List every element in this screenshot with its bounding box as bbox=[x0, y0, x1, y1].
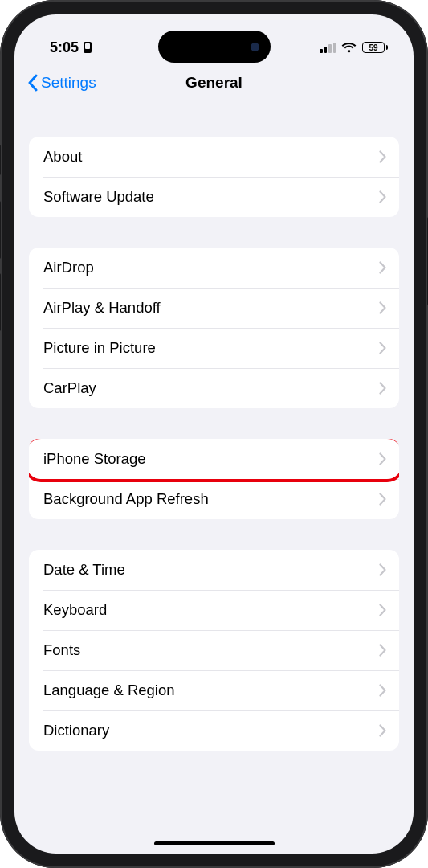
row-label: AirPlay & Handoff bbox=[43, 299, 161, 317]
settings-group: iPhone Storage Background App Refresh bbox=[29, 439, 399, 519]
row-label: About bbox=[43, 148, 82, 166]
chevron-right-icon bbox=[379, 604, 386, 616]
row-label: Dictionary bbox=[43, 722, 109, 739]
cellular-signal-icon bbox=[320, 43, 336, 53]
row-iphone-storage[interactable]: iPhone Storage bbox=[29, 439, 399, 479]
side-button-volume-up bbox=[0, 201, 1, 259]
row-label: AirDrop bbox=[43, 259, 94, 276]
wifi-icon bbox=[341, 42, 357, 53]
status-left: 5:05 bbox=[50, 39, 92, 56]
chevron-right-icon bbox=[379, 563, 386, 576]
row-fonts[interactable]: Fonts bbox=[29, 630, 399, 670]
chevron-right-icon bbox=[379, 150, 386, 163]
row-software-update[interactable]: Software Update bbox=[29, 177, 399, 217]
chevron-right-icon bbox=[379, 724, 386, 737]
row-language-region[interactable]: Language & Region bbox=[29, 670, 399, 710]
battery-percent: 59 bbox=[369, 43, 377, 52]
row-label: Language & Region bbox=[43, 682, 175, 699]
side-button-mute bbox=[0, 145, 1, 175]
side-button-volume-down bbox=[0, 273, 1, 331]
chevron-right-icon bbox=[379, 190, 386, 203]
chevron-right-icon bbox=[379, 644, 386, 657]
page-title: General bbox=[185, 74, 243, 92]
row-carplay[interactable]: CarPlay bbox=[29, 368, 399, 408]
home-indicator[interactable] bbox=[154, 841, 275, 846]
row-date-time[interactable]: Date & Time bbox=[29, 550, 399, 590]
row-keyboard[interactable]: Keyboard bbox=[29, 590, 399, 630]
row-label: CarPlay bbox=[43, 379, 96, 397]
row-picture-in-picture[interactable]: Picture in Picture bbox=[29, 328, 399, 368]
row-dictionary[interactable]: Dictionary bbox=[29, 710, 399, 751]
row-label: Software Update bbox=[43, 188, 154, 206]
row-about[interactable]: About bbox=[29, 137, 399, 177]
settings-group: About Software Update bbox=[29, 137, 399, 217]
row-airplay-handoff[interactable]: AirPlay & Handoff bbox=[29, 288, 399, 328]
row-label: Picture in Picture bbox=[43, 339, 156, 357]
row-airdrop[interactable]: AirDrop bbox=[29, 248, 399, 288]
row-label: Date & Time bbox=[43, 561, 125, 579]
phone-frame: 5:05 59 Settings General bbox=[0, 0, 428, 868]
settings-group: Date & Time Keyboard Fonts Language & Re… bbox=[29, 550, 399, 751]
nav-bar: Settings General bbox=[14, 63, 414, 106]
back-label: Settings bbox=[41, 74, 96, 92]
portrait-lock-icon bbox=[84, 42, 92, 53]
settings-content: About Software Update AirDrop AirPlay & … bbox=[14, 137, 414, 751]
chevron-right-icon bbox=[379, 684, 386, 697]
front-camera-icon bbox=[251, 43, 259, 51]
row-label: iPhone Storage bbox=[43, 450, 146, 468]
status-right: 59 bbox=[320, 42, 388, 53]
row-label: Background App Refresh bbox=[43, 490, 209, 508]
chevron-left-icon bbox=[27, 74, 38, 92]
status-time: 5:05 bbox=[50, 39, 79, 56]
battery-icon: 59 bbox=[362, 42, 388, 53]
dynamic-island bbox=[158, 31, 271, 63]
chevron-right-icon bbox=[379, 452, 386, 465]
chevron-right-icon bbox=[379, 261, 386, 274]
row-label: Keyboard bbox=[43, 601, 107, 619]
settings-group: AirDrop AirPlay & Handoff Picture in Pic… bbox=[29, 248, 399, 408]
chevron-right-icon bbox=[379, 493, 386, 506]
back-button[interactable]: Settings bbox=[27, 74, 96, 92]
phone-screen: 5:05 59 Settings General bbox=[14, 14, 414, 854]
chevron-right-icon bbox=[379, 342, 386, 354]
chevron-right-icon bbox=[379, 301, 386, 314]
row-label: Fonts bbox=[43, 641, 80, 659]
chevron-right-icon bbox=[379, 382, 386, 395]
row-background-app-refresh[interactable]: Background App Refresh bbox=[29, 479, 399, 519]
